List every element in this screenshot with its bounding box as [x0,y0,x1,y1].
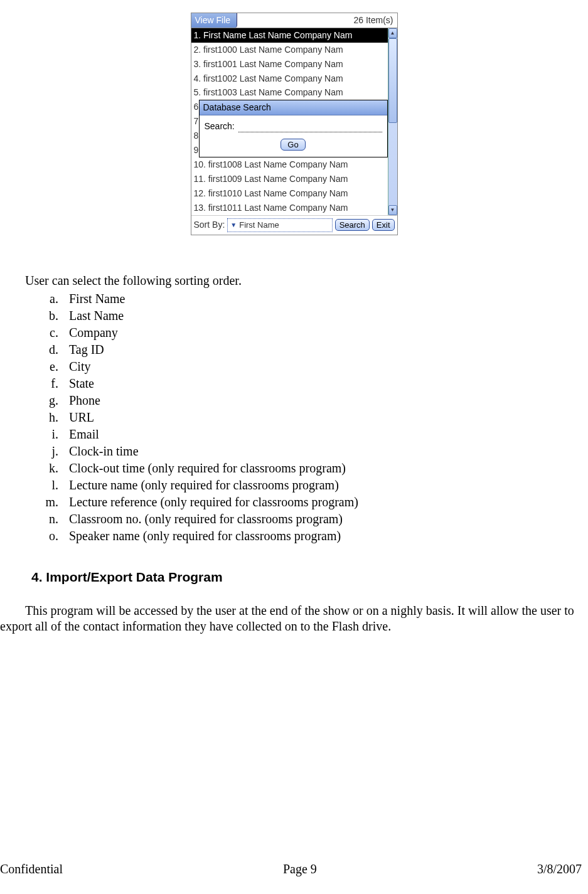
sort-order-item: Classroom no. (only required for classro… [61,511,588,527]
sort-order-list: First Name Last Name Company Tag ID City… [25,291,588,544]
database-search-popup: Database Search Search: Go [199,100,388,157]
search-label: Search: [205,120,235,132]
sort-order-item: Company [61,325,588,341]
footer-left: Confidential [0,862,63,876]
list-item[interactable]: 5. first1003 Last Name Company Nam [191,85,388,100]
sort-order-item: Tag ID [61,342,588,358]
sort-by-dropdown[interactable]: ▼ First Name [227,218,332,232]
sort-order-item: Clock-in time [61,444,588,459]
obscured-row-numbers: 6 7 8 9 [191,100,199,157]
chevron-down-icon: ▼ [230,222,237,228]
list-item[interactable]: 13. first1011 Last Name Company Nam [191,201,388,215]
list-item[interactable]: 4. first1002 Last Name Company Nam [191,72,388,86]
go-button[interactable]: Go [281,139,305,151]
sort-order-item: Email [61,427,588,442]
sort-by-value: First Name [239,220,279,231]
sort-order-item: Last Name [61,308,588,324]
item-count: 26 Item(s) [237,13,397,28]
footer-right: 3/8/2007 [537,862,582,876]
window-title: View File [191,13,238,28]
list-item-num: 8 [191,129,199,143]
list-item[interactable]: 11. first1009 Last Name Company Nam [191,172,388,186]
sort-order-item: Lecture name (only required for classroo… [61,477,588,493]
bottom-bar: Sort By: ▼ First Name Search Exit [191,216,397,235]
list-area: 1. First Name Last Name Company Nam 2. f… [191,28,397,216]
page-footer: Confidential Page 9 3/8/2007 [0,862,588,876]
search-input[interactable] [238,123,382,132]
list-item[interactable]: 10. first1008 Last Name Company Nam [191,157,388,172]
scroll-up-icon[interactable]: ▲ [388,28,397,38]
search-button[interactable]: Search [335,219,370,231]
popup-title: Database Search [200,100,387,115]
scrollbar-thumb[interactable] [388,38,397,123]
list-item[interactable]: 1. First Name Last Name Company Nam [191,28,388,43]
sort-order-item: First Name [61,291,588,307]
footer-center: Page 9 [283,862,317,876]
sort-by-label: Sort By: [194,219,225,231]
list-item-num: 9 [191,143,199,157]
sort-order-item: Speaker name (only required for classroo… [61,528,588,544]
body-paragraph: This program will be accessed by the use… [0,603,588,634]
sort-order-item: Lecture reference (only required for cla… [61,494,588,510]
sort-order-item: City [61,359,588,375]
list-item-num: 6 [191,100,199,114]
sort-order-item: Clock-out time (only required for classr… [61,460,588,476]
sort-intro: User can select the following sorting or… [25,273,588,289]
sort-order-item: State [61,376,588,391]
list-item[interactable]: 3. first1001 Last Name Company Nam [191,57,388,72]
exit-button[interactable]: Exit [372,219,395,231]
sort-order-item: URL [61,410,588,425]
document-body: User can select the following sorting or… [0,273,588,634]
section-heading: 4. Import/Export Data Program [31,569,588,585]
list-item[interactable]: 12. first1010 Last Name Company Nam [191,186,388,201]
title-bar: View File 26 Item(s) [191,13,397,28]
scrollbar[interactable]: ▲ ▼ [388,28,397,215]
list-item[interactable]: 2. first1000 Last Name Company Nam [191,43,388,57]
scroll-down-icon[interactable]: ▼ [388,205,397,215]
scrollbar-track[interactable] [388,38,397,205]
sort-order-item: Phone [61,393,588,408]
list-item-num: 7 [191,114,199,129]
device-screenshot: View File 26 Item(s) 1. First Name Last … [191,13,398,235]
